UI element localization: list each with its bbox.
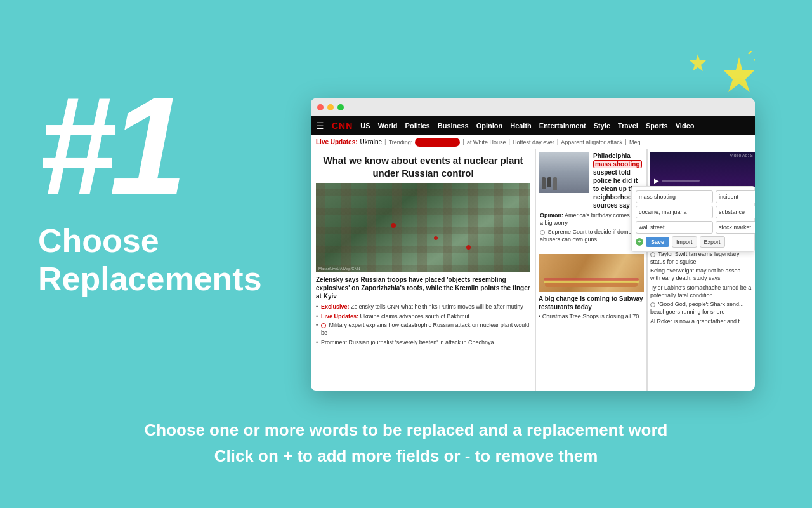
article-bullets-list: Exclusive: Zelensky tells CNN what he th… [316, 304, 530, 346]
save-button[interactable]: Save [646, 237, 669, 247]
nav-us[interactable]: US [360, 122, 370, 130]
replace-input-1[interactable] [716, 190, 755, 203]
bullet-live: Live Updates: Ukraine claims advances so… [316, 313, 530, 321]
bottom-instruction: Choose one or more words to be replaced … [0, 417, 812, 470]
christmas-tree-text[interactable]: • Christmas Tree Shops is closing all 70 [539, 313, 644, 319]
close-dot[interactable] [317, 104, 324, 110]
export-label: Export [704, 239, 721, 245]
hamburger-icon[interactable]: ☰ [316, 121, 324, 131]
bullet-journalist: Prominent Russian journalist 'severely b… [316, 339, 530, 347]
tyler-labine-item[interactable]: Tyler Labine's stomachache turned be a p… [650, 284, 755, 299]
taylor-dot-icon [650, 252, 655, 257]
taylor-swift-item: Taylor Swift fan earns legendary status … [650, 251, 755, 265]
export-button[interactable]: Export [700, 236, 725, 248]
live-label: Live Updates: [316, 138, 358, 145]
bullet-military: Military expert explains how catastrophi… [316, 322, 530, 337]
exclusive-label: Exclusive: [321, 304, 350, 310]
cnn-middle-column: Philadelphia mass shooting suspect told … [536, 149, 647, 391]
map-marker-3 [466, 245, 471, 250]
dot-icon [540, 230, 545, 235]
main-headline: What we know about events at nuclear pla… [316, 154, 530, 179]
step-number: #1 [38, 76, 304, 216]
philly-row: Philadelphia mass shooting suspect told … [539, 152, 644, 210]
step-title: Choose Replacements [38, 222, 304, 298]
nav-style[interactable]: Style [594, 122, 610, 130]
add-row-button[interactable]: + [636, 238, 643, 246]
video-play-icon[interactable]: ▶ [654, 177, 659, 184]
import-label: Import [676, 239, 693, 245]
live-item-hottest[interactable]: Hottest day ever [513, 139, 554, 145]
save-label: Save [651, 239, 664, 245]
live-ukraine[interactable]: Ukraine [360, 138, 382, 145]
nav-health[interactable]: Health [510, 122, 532, 130]
overlay-row-2: − [636, 206, 750, 218]
svg-marker-1 [690, 54, 706, 71]
opinion-bullets: Opinion: America's birthday comes with a… [539, 212, 644, 244]
maximize-dot[interactable] [337, 104, 344, 110]
live-updates-text[interactable]: Ukraine claims advances south of Bakhmut [360, 313, 470, 319]
video-progress-bar[interactable] [662, 180, 700, 182]
svg-marker-0 [723, 57, 755, 92]
map-marker-2 [434, 236, 438, 240]
nuclear-plant-image: Maxar/LiveUA Map/CNN [316, 183, 530, 272]
live-updates-bar: Live Updates: Ukraine | Trending: Cocain… [311, 135, 755, 149]
sandwich-layer-3 [544, 278, 639, 281]
philadelphia-section: Philadelphia mass shooting suspect told … [539, 152, 644, 250]
overweight-item[interactable]: Being overweight may not be assoc... wit… [650, 267, 755, 282]
military-text[interactable]: Military expert explains how catastrophi… [321, 322, 529, 336]
minimize-dot[interactable] [327, 104, 334, 110]
svg-line-2 [749, 51, 752, 54]
nav-sports[interactable]: Sports [646, 122, 668, 130]
live-item-whitehouse[interactable]: at White House [467, 139, 506, 145]
overlay-row-1: − [636, 190, 750, 203]
mass-shooting-highlight: mass shooting [593, 160, 642, 168]
opinion-bullet-1: Opinion: America's birthday comes with a… [539, 212, 644, 227]
exclusive-text[interactable]: Zelensky tells CNN what he thinks Putin'… [351, 304, 523, 310]
extension-overlay-panel: − − − + Save Import [631, 186, 755, 252]
zelensky-headline[interactable]: Zelensky says Russian troops have placed… [316, 276, 530, 300]
nav-entertainment[interactable]: Entertainment [539, 122, 586, 130]
cnn-logo[interactable]: CNN [332, 121, 353, 131]
cnn-main-column: What we know about events at nuclear pla… [311, 149, 536, 391]
people-shapes [542, 177, 557, 190]
live-updates-label: Live Updates: [321, 313, 358, 319]
subway-headline[interactable]: A big change is coming to Subway restaur… [539, 295, 644, 311]
opinion-bullet-2: Supreme Court to decide if domestic abus… [539, 229, 644, 243]
nav-video[interactable]: Video [676, 122, 695, 130]
subway-sandwich-image [539, 254, 644, 292]
taylor-swift-text[interactable]: Taylor Swift fan earns legendary status … [650, 251, 739, 265]
left-section: #1 Choose Replacements [38, 76, 304, 298]
search-input-1[interactable] [636, 190, 713, 203]
nav-politics[interactable]: Politics [405, 122, 430, 130]
live-item-more: Meg... [629, 139, 645, 145]
replace-input-3[interactable] [716, 221, 755, 234]
trending-badge[interactable]: Cocaine fou... [415, 138, 460, 147]
search-input-2[interactable] [636, 206, 713, 218]
video-ad-label: Video Ad: S [730, 153, 753, 157]
opinion-label-1: Opinion: [540, 212, 563, 218]
good-god-item: 'Good God, people': Shark send... beachg… [650, 301, 755, 316]
svg-line-3 [754, 58, 755, 60]
browser-window: ☰ CNN US World Politics Business Opinion… [311, 98, 755, 391]
philadelphia-image [539, 152, 589, 193]
nav-opinion[interactable]: Opinion [476, 122, 503, 130]
overlay-row-3: − [636, 221, 750, 234]
video-area[interactable]: Video Ad: S ▶ [650, 152, 755, 187]
subway-section: A big change is coming to Subway restaur… [539, 254, 644, 319]
cnn-content: What we know about events at nuclear pla… [311, 149, 755, 391]
good-god-dot-icon [650, 302, 655, 307]
image-caption: Maxar/LiveUA Map/CNN [318, 267, 360, 271]
journalist-text[interactable]: Prominent Russian journalist 'severely b… [321, 339, 494, 345]
nav-world[interactable]: World [378, 122, 398, 130]
cnn-navbar: ☰ CNN US World Politics Business Opinion… [311, 116, 755, 135]
good-god-text[interactable]: 'Good God, people': Shark send... beachg… [650, 301, 744, 315]
import-button[interactable]: Import [672, 236, 697, 248]
live-item-alligator[interactable]: Apparent alligator attack [561, 139, 622, 145]
nav-business[interactable]: Business [438, 122, 469, 130]
nav-travel[interactable]: Travel [618, 122, 638, 130]
replace-input-2[interactable] [716, 206, 755, 218]
overlay-actions: + Save Import Export [636, 236, 750, 248]
search-input-3[interactable] [636, 221, 713, 234]
al-roker-item[interactable]: Al Roker is now a grandfather and t... [650, 318, 755, 326]
video-controls: ▶ [654, 177, 700, 184]
